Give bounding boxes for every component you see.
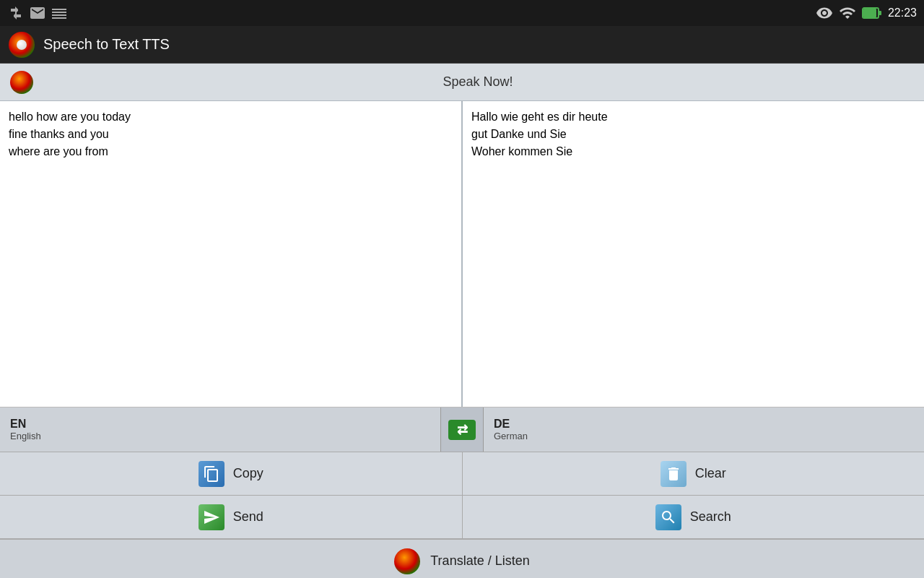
clear-button[interactable]: Clear: [463, 452, 925, 495]
speak-bar[interactable]: Speak Now!: [0, 64, 924, 101]
send-icon: [199, 504, 225, 530]
svg-rect-1: [879, 11, 881, 15]
mail-icon: [29, 4, 46, 22]
title-bar: Speech to Text TTS: [0, 26, 924, 64]
swap-icon: ⇄: [448, 420, 476, 440]
translated-text-panel[interactable]: Hallo wie geht es dir heute gut Danke un…: [463, 101, 924, 407]
send-button[interactable]: Send: [0, 496, 463, 538]
svg-rect-2: [863, 9, 876, 17]
source-lang-name: English: [10, 431, 430, 441]
wifi-icon: [839, 4, 856, 22]
status-right-icons: 22:23: [816, 4, 917, 22]
copy-button[interactable]: Copy: [0, 452, 463, 495]
clear-label: Clear: [695, 466, 726, 481]
language-bar: EN English ⇄ DE German: [0, 407, 924, 452]
target-lang-name: German: [494, 431, 914, 441]
target-language-cell[interactable]: DE German: [484, 407, 924, 452]
search-label: Search: [690, 509, 731, 525]
search-icon: [655, 504, 681, 530]
status-bar: 22:23: [0, 0, 924, 26]
source-language-cell[interactable]: EN English: [0, 407, 440, 452]
source-lang-code: EN: [10, 418, 430, 431]
main-content-area: hello how are you today fine thanks and …: [0, 101, 924, 407]
usb-icon: [7, 4, 25, 22]
source-text-panel[interactable]: hello how are you today fine thanks and …: [0, 101, 461, 407]
copy-icon: [199, 461, 225, 487]
action-bar-2: Send Search: [0, 496, 924, 539]
send-label: Send: [233, 509, 263, 525]
app-icon: [9, 32, 35, 58]
storage-icon: [51, 4, 68, 22]
translate-icon: [394, 548, 420, 574]
translate-listen-bar[interactable]: Translate / Listen: [0, 539, 924, 578]
app-title: Speech to Text TTS: [43, 36, 170, 53]
speak-now-label: Speak Now!: [42, 74, 914, 90]
battery-icon: [862, 7, 882, 20]
eye-icon: [816, 4, 833, 22]
status-left-icons: [7, 4, 68, 22]
copy-label: Copy: [233, 466, 263, 481]
clear-icon: [661, 461, 687, 487]
swap-language-button[interactable]: ⇄: [440, 407, 484, 452]
translate-listen-label: Translate / Listen: [430, 553, 529, 569]
search-button[interactable]: Search: [463, 496, 925, 538]
action-bar-1: Copy Clear: [0, 452, 924, 496]
clock: 22:23: [888, 7, 917, 20]
target-lang-code: DE: [494, 418, 914, 431]
speak-icon: [10, 71, 33, 94]
